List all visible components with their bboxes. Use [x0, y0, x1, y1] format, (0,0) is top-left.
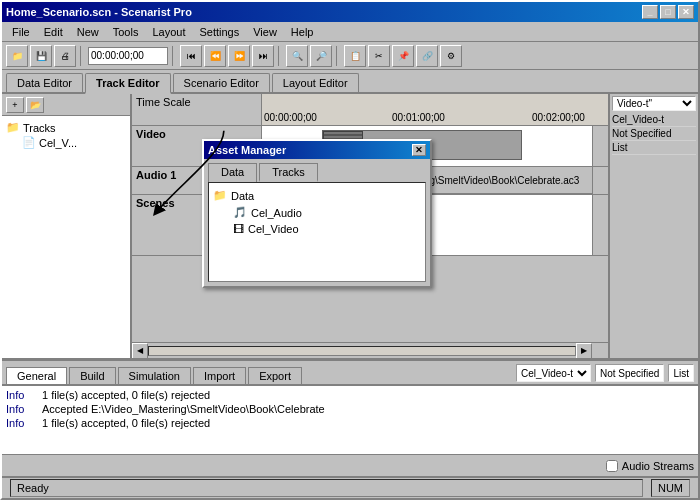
status-num: NUM [651, 479, 690, 497]
toolbar-extra-5[interactable]: ⚙ [440, 45, 462, 67]
tree-root[interactable]: 📁 Tracks [6, 120, 126, 135]
play-end-button[interactable]: ⏭ [252, 45, 274, 67]
log-msg-2: 1 file(s) accepted, 0 file(s) rejected [42, 417, 210, 429]
toolbar-btn-1[interactable]: 📁 [6, 45, 28, 67]
tree-folder-button[interactable]: 📂 [26, 97, 44, 113]
bottom-tab-export[interactable]: Export [248, 367, 302, 384]
dialog-audio-icon: 🎵 [233, 206, 247, 219]
audio-streams-checkbox[interactable] [606, 460, 618, 472]
menu-help[interactable]: Help [285, 24, 320, 40]
menu-bar: File Edit New Tools Layout Settings View… [2, 22, 698, 42]
horizontal-scrollbar[interactable]: ◀ ▶ [132, 342, 608, 358]
tree-toolbar: + 📂 [2, 94, 130, 116]
tree-item-cel[interactable]: 📄 Cel_V... [6, 135, 126, 150]
bottom-right-controls: Cel_Video-t Not Specified List [516, 364, 694, 384]
scroll-right-button[interactable]: ▶ [576, 343, 592, 359]
minimize-button[interactable]: _ [642, 5, 658, 19]
folder-icon: 📁 [6, 121, 20, 134]
log-area: Info 1 file(s) accepted, 0 file(s) rejec… [2, 384, 698, 454]
dialog-tab-tracks[interactable]: Tracks [259, 163, 318, 182]
tab-track-editor[interactable]: Track Editor [85, 73, 171, 94]
scale-0: 00:00:00;00 [264, 112, 317, 123]
scroll-track[interactable] [148, 346, 576, 356]
tree-add-button[interactable]: + [6, 97, 24, 113]
dialog-tree-root[interactable]: 📁 Data [213, 187, 421, 204]
bottom-section: General Build Simulation Import Export C… [2, 358, 698, 476]
window-title: Home_Scenario.scn - Scenarist Pro [6, 6, 192, 18]
props-field3: List [612, 142, 696, 153]
menu-view[interactable]: View [247, 24, 283, 40]
rewind-button[interactable]: ⏪ [204, 45, 226, 67]
dialog-title-bar[interactable]: Asset Manager ✕ [204, 141, 430, 159]
toolbar-extra-3[interactable]: 📌 [392, 45, 414, 67]
props-field2: Not Specified [612, 128, 696, 139]
menu-file[interactable]: File [6, 24, 36, 40]
timeline-header: Time Scale 00:00:00;00 00:01:00;00 00:02… [132, 94, 608, 126]
scale-1: 00:01:00;00 [392, 112, 445, 123]
title-bar: Home_Scenario.scn - Scenarist Pro _ □ ✕ [2, 2, 698, 22]
menu-edit[interactable]: Edit [38, 24, 69, 40]
audio-streams-label: Audio Streams [622, 460, 694, 472]
zoom-in-button[interactable]: 🔍 [286, 45, 308, 67]
bottom-strip: Audio Streams [2, 454, 698, 476]
log-type-1: Info [6, 403, 34, 415]
properties-panel: Video-t" Cel_Video-t Not Specified List [608, 94, 698, 358]
timescale-label: Time Scale [132, 94, 262, 125]
maximize-button[interactable]: □ [660, 5, 676, 19]
log-type-2: Info [6, 417, 34, 429]
zoom-out-button[interactable]: 🔎 [310, 45, 332, 67]
bottom-tab-import[interactable]: Import [193, 367, 246, 384]
menu-new[interactable]: New [71, 24, 105, 40]
play-back-button[interactable]: ⏮ [180, 45, 202, 67]
bottom-tab-build[interactable]: Build [69, 367, 115, 384]
menu-tools[interactable]: Tools [107, 24, 145, 40]
toolbar-extra-2[interactable]: ✂ [368, 45, 390, 67]
forward-button[interactable]: ⏩ [228, 45, 250, 67]
menu-layout[interactable]: Layout [146, 24, 191, 40]
timeline-scale: 00:00:00;00 00:01:00;00 00:02:00;00 00:0… [262, 94, 608, 125]
bottom-tab-simulation[interactable]: Simulation [118, 367, 191, 384]
log-row-1: Info Accepted E:\Video_Mastering\SmeltVi… [6, 402, 694, 416]
dialog-tree-cel-video[interactable]: 🎞 Cel_Video [213, 221, 421, 237]
status-bar: Ready NUM [2, 476, 698, 498]
toolbar-btn-2[interactable]: 💾 [30, 45, 52, 67]
toolbar: 📁 💾 🖨 ⏮ ⏪ ⏩ ⏭ 🔍 🔎 📋 ✂ 📌 🔗 ⚙ [2, 42, 698, 70]
tree-item-label: Cel_V... [39, 137, 77, 149]
dialog-tab-data[interactable]: Data [208, 163, 257, 182]
scroll-left-button[interactable]: ◀ [132, 343, 148, 359]
tab-data-editor[interactable]: Data Editor [6, 73, 83, 92]
props-row-3: List [612, 141, 696, 155]
bottom-select[interactable]: Cel_Video-t [516, 364, 591, 382]
props-dropdown[interactable]: Video-t" [612, 96, 696, 111]
props-field1: Cel_Video-t [612, 114, 696, 125]
log-row-2: Info 1 file(s) accepted, 0 file(s) rejec… [6, 416, 694, 430]
dialog-video-icon: 🎞 [233, 223, 244, 235]
left-panel: + 📂 📁 Tracks 📄 Cel_V... [2, 94, 132, 358]
toolbar-extra-1[interactable]: 📋 [344, 45, 366, 67]
bottom-tab-bar: General Build Simulation Import Export C… [2, 360, 698, 384]
props-row-1: Cel_Video-t [612, 113, 696, 127]
toolbar-sep-1 [80, 46, 84, 66]
close-button[interactable]: ✕ [678, 5, 694, 19]
log-row-0: Info 1 file(s) accepted, 0 file(s) rejec… [6, 388, 694, 402]
dialog-content: 📁 Data 🎵 Cel_Audio 🎞 Cel_Video [208, 182, 426, 282]
dialog-tree-cel-audio[interactable]: 🎵 Cel_Audio [213, 204, 421, 221]
toolbar-btn-3[interactable]: 🖨 [54, 45, 76, 67]
tab-layout-editor[interactable]: Layout Editor [272, 73, 359, 92]
bottom-field3: List [668, 364, 694, 382]
timecode-input[interactable] [88, 47, 168, 65]
bottom-tab-general[interactable]: General [6, 367, 67, 384]
dialog-title-text: Asset Manager [208, 144, 286, 156]
toolbar-extra-4[interactable]: 🔗 [416, 45, 438, 67]
toolbar-sep-3 [278, 46, 282, 66]
dialog-folder-icon: 📁 [213, 189, 227, 202]
menu-settings[interactable]: Settings [193, 24, 245, 40]
audio-streams-control: Audio Streams [606, 460, 694, 472]
dialog-close-button[interactable]: ✕ [412, 144, 426, 156]
toolbar-sep-2 [172, 46, 176, 66]
props-row-2: Not Specified [612, 127, 696, 141]
video-track-scrollbar [592, 126, 608, 166]
tab-scenario-editor[interactable]: Scenario Editor [173, 73, 270, 92]
log-msg-1: Accepted E:\Video_Mastering\SmeltVideo\B… [42, 403, 325, 415]
scale-2: 00:02:00;00 [532, 112, 585, 123]
